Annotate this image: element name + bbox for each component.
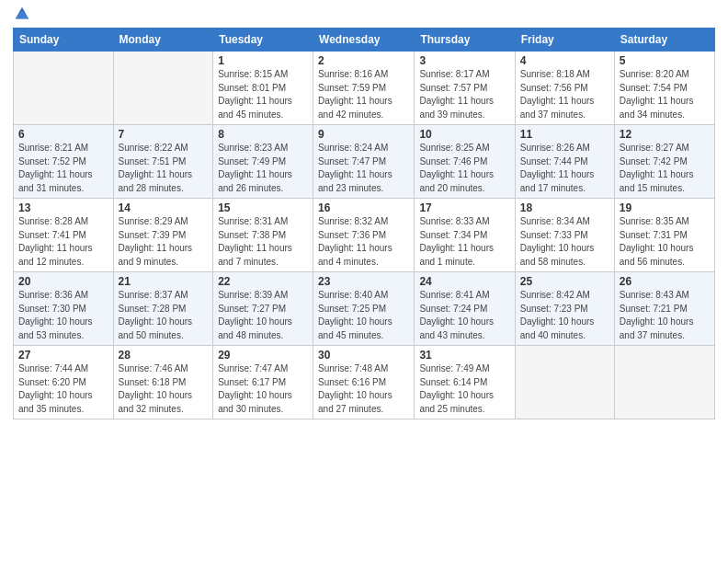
calendar-cell: 2Sunrise: 8:16 AMSunset: 7:59 PMDaylight… [313,52,415,125]
calendar-cell: 24Sunrise: 8:41 AMSunset: 7:24 PMDayligh… [415,272,515,346]
day-info: Sunrise: 7:46 AMSunset: 6:18 PMDaylight:… [119,363,193,414]
day-number: 17 [419,201,509,214]
calendar-cell [614,346,714,419]
day-number: 8 [218,128,308,141]
day-info: Sunrise: 8:28 AMSunset: 7:41 PMDaylight:… [18,216,93,267]
day-number: 12 [620,128,710,141]
day-info: Sunrise: 8:17 AMSunset: 7:57 PMDaylight:… [419,69,494,120]
logo [13,13,30,22]
calendar-cell: 3Sunrise: 8:17 AMSunset: 7:57 PMDaylight… [415,52,515,125]
weekday-monday: Monday [113,29,213,52]
day-info: Sunrise: 8:34 AMSunset: 7:33 PMDaylight:… [520,216,595,267]
weekday-header-row: SundayMondayTuesdayWednesdayThursdayFrid… [14,29,715,52]
calendar-cell: 26Sunrise: 8:43 AMSunset: 7:21 PMDayligh… [614,272,714,346]
day-info: Sunrise: 8:21 AMSunset: 7:52 PMDaylight:… [18,143,93,193]
week-row-3: 13Sunrise: 8:28 AMSunset: 7:41 PMDayligh… [14,199,715,272]
day-number: 11 [520,128,609,141]
svg-marker-1 [16,10,28,18]
header [13,9,715,22]
day-number: 10 [419,128,509,141]
day-info: Sunrise: 8:35 AMSunset: 7:31 PMDaylight:… [620,216,694,267]
day-number: 21 [119,275,209,288]
calendar-cell: 13Sunrise: 8:28 AMSunset: 7:41 PMDayligh… [14,199,114,272]
calendar-cell: 20Sunrise: 8:36 AMSunset: 7:30 PMDayligh… [14,272,114,346]
calendar-cell: 10Sunrise: 8:25 AMSunset: 7:46 PMDayligh… [415,125,515,199]
day-info: Sunrise: 8:33 AMSunset: 7:34 PMDaylight:… [419,216,494,267]
calendar-cell: 25Sunrise: 8:42 AMSunset: 7:23 PMDayligh… [515,272,614,346]
calendar-cell: 30Sunrise: 7:48 AMSunset: 6:16 PMDayligh… [313,346,415,419]
calendar-cell [113,52,213,125]
calendar-cell: 16Sunrise: 8:32 AMSunset: 7:36 PMDayligh… [313,199,415,272]
day-info: Sunrise: 8:16 AMSunset: 7:59 PMDaylight:… [318,69,392,120]
day-number: 7 [119,128,209,141]
day-info: Sunrise: 8:36 AMSunset: 7:30 PMDaylight:… [18,290,93,340]
calendar-cell: 18Sunrise: 8:34 AMSunset: 7:33 PMDayligh… [515,199,614,272]
day-info: Sunrise: 8:37 AMSunset: 7:28 PMDaylight:… [119,290,193,340]
week-row-1: 1Sunrise: 8:15 AMSunset: 8:01 PMDaylight… [14,52,715,125]
day-number: 19 [620,201,710,214]
day-info: Sunrise: 8:25 AMSunset: 7:46 PMDaylight:… [419,143,494,193]
day-info: Sunrise: 8:26 AMSunset: 7:44 PMDaylight:… [520,143,595,193]
day-number: 23 [318,275,409,288]
day-number: 20 [18,275,108,288]
week-row-4: 20Sunrise: 8:36 AMSunset: 7:30 PMDayligh… [14,272,715,346]
calendar-table: SundayMondayTuesdayWednesdayThursdayFrid… [13,28,715,419]
day-info: Sunrise: 7:47 AMSunset: 6:17 PMDaylight:… [218,363,292,414]
day-number: 28 [119,349,209,362]
day-info: Sunrise: 8:15 AMSunset: 8:01 PMDaylight:… [218,69,292,120]
week-row-2: 6Sunrise: 8:21 AMSunset: 7:52 PMDaylight… [14,125,715,199]
day-info: Sunrise: 8:18 AMSunset: 7:56 PMDaylight:… [520,69,595,120]
week-row-5: 27Sunrise: 7:44 AMSunset: 6:20 PMDayligh… [14,346,715,419]
calendar-cell: 5Sunrise: 8:20 AMSunset: 7:54 PMDaylight… [614,52,714,125]
calendar-cell: 14Sunrise: 8:29 AMSunset: 7:39 PMDayligh… [113,199,213,272]
day-info: Sunrise: 8:43 AMSunset: 7:21 PMDaylight:… [620,290,694,340]
day-info: Sunrise: 7:48 AMSunset: 6:16 PMDaylight:… [318,363,392,414]
calendar-cell [14,52,114,125]
weekday-friday: Friday [515,29,614,52]
day-number: 5 [620,54,710,67]
day-number: 29 [218,349,308,362]
calendar-cell: 31Sunrise: 7:49 AMSunset: 6:14 PMDayligh… [415,346,515,419]
day-info: Sunrise: 8:31 AMSunset: 7:38 PMDaylight:… [218,216,292,267]
day-info: Sunrise: 8:27 AMSunset: 7:42 PMDaylight:… [620,143,694,193]
calendar-cell: 28Sunrise: 7:46 AMSunset: 6:18 PMDayligh… [113,346,213,419]
day-number: 2 [318,54,409,67]
calendar-cell: 17Sunrise: 8:33 AMSunset: 7:34 PMDayligh… [415,199,515,272]
day-info: Sunrise: 7:44 AMSunset: 6:20 PMDaylight:… [18,363,93,414]
calendar-cell: 29Sunrise: 7:47 AMSunset: 6:17 PMDayligh… [213,346,313,419]
day-number: 4 [520,54,609,67]
day-info: Sunrise: 8:23 AMSunset: 7:49 PMDaylight:… [218,143,292,193]
day-number: 18 [520,201,609,214]
page: SundayMondayTuesdayWednesdayThursdayFrid… [0,0,728,563]
weekday-tuesday: Tuesday [213,29,313,52]
day-number: 3 [419,54,509,67]
calendar-cell: 22Sunrise: 8:39 AMSunset: 7:27 PMDayligh… [213,272,313,346]
day-info: Sunrise: 8:39 AMSunset: 7:27 PMDaylight:… [218,290,292,340]
day-info: Sunrise: 7:49 AMSunset: 6:14 PMDaylight:… [419,363,494,414]
calendar-cell: 7Sunrise: 8:22 AMSunset: 7:51 PMDaylight… [113,125,213,199]
weekday-sunday: Sunday [14,29,114,52]
calendar-cell: 6Sunrise: 8:21 AMSunset: 7:52 PMDaylight… [14,125,114,199]
day-number: 30 [318,349,409,362]
weekday-saturday: Saturday [614,29,714,52]
calendar-cell: 15Sunrise: 8:31 AMSunset: 7:38 PMDayligh… [213,199,313,272]
day-info: Sunrise: 8:20 AMSunset: 7:54 PMDaylight:… [620,69,694,120]
calendar-cell: 27Sunrise: 7:44 AMSunset: 6:20 PMDayligh… [14,346,114,419]
calendar-cell: 4Sunrise: 8:18 AMSunset: 7:56 PMDaylight… [515,52,614,125]
day-number: 31 [419,349,509,362]
day-info: Sunrise: 8:22 AMSunset: 7:51 PMDaylight:… [119,143,193,193]
day-number: 1 [218,54,308,67]
day-number: 24 [419,275,509,288]
day-number: 13 [18,201,108,214]
day-number: 15 [218,201,308,214]
calendar-cell: 21Sunrise: 8:37 AMSunset: 7:28 PMDayligh… [113,272,213,346]
calendar-cell [515,346,614,419]
calendar-cell: 11Sunrise: 8:26 AMSunset: 7:44 PMDayligh… [515,125,614,199]
logo-icon [14,6,30,22]
weekday-thursday: Thursday [415,29,515,52]
day-number: 22 [218,275,308,288]
calendar-cell: 1Sunrise: 8:15 AMSunset: 8:01 PMDaylight… [213,52,313,125]
calendar-cell: 12Sunrise: 8:27 AMSunset: 7:42 PMDayligh… [614,125,714,199]
calendar-cell: 23Sunrise: 8:40 AMSunset: 7:25 PMDayligh… [313,272,415,346]
day-info: Sunrise: 8:24 AMSunset: 7:47 PMDaylight:… [318,143,392,193]
